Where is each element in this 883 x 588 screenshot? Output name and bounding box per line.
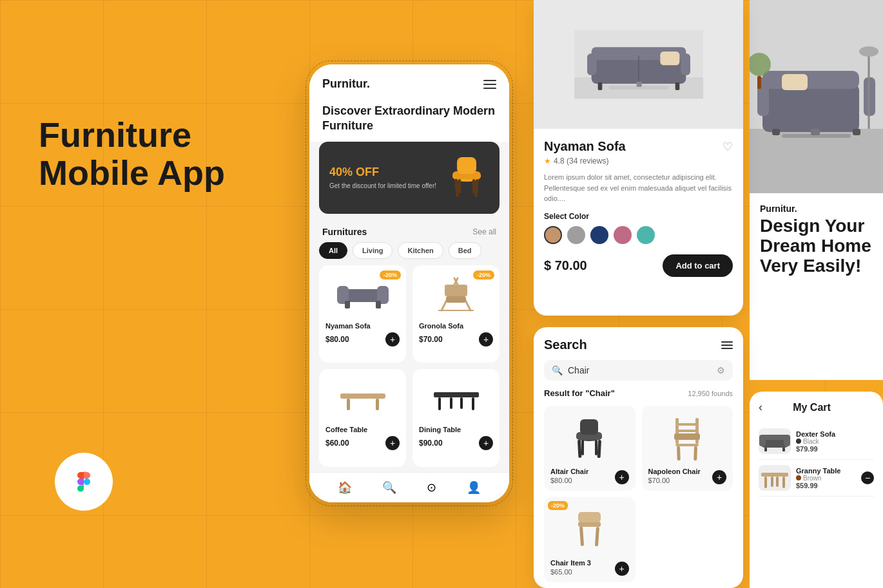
phone-mockup: Purnitur. Discover Extraordinary Modern … <box>309 64 509 502</box>
filter-icon[interactable]: ⚙ <box>717 365 725 375</box>
star-icon: ★ <box>544 156 551 166</box>
nav-search[interactable]: 🔍 <box>382 480 396 495</box>
product-card-4[interactable]: Dining Table $90.00 + <box>412 369 500 467</box>
search-panel: Search 🔍 Chair ⚙ Result for "Chair" 12,9… <box>534 327 743 588</box>
tab-bed[interactable]: Bed <box>449 242 481 259</box>
dexter-price: $79.99 <box>796 445 874 453</box>
svg-rect-34 <box>675 82 679 90</box>
figma-logo <box>55 453 113 511</box>
tab-kitchen[interactable]: Kitchen <box>398 242 443 259</box>
product-price-2: $70.00 <box>419 335 443 344</box>
tab-living[interactable]: Living <box>353 242 393 259</box>
see-all-link[interactable]: See all <box>472 227 496 236</box>
svg-rect-42 <box>597 440 601 458</box>
svg-rect-35 <box>660 52 679 65</box>
svg-rect-11 <box>376 301 381 308</box>
product-price-3: $60.00 <box>325 439 349 448</box>
svg-rect-83 <box>776 477 779 487</box>
search-magnifier-icon: 🔍 <box>552 365 563 375</box>
furnitures-section-header: Furnitures See all <box>309 222 509 242</box>
add-product-2[interactable]: + <box>479 332 493 346</box>
category-tabs: All Living Kitchen Bed <box>309 242 509 265</box>
add-product-1[interactable]: + <box>385 332 400 346</box>
remove-granny-btn[interactable]: − <box>861 471 874 484</box>
nav-orders[interactable]: ⊙ <box>427 480 436 495</box>
promo-banner[interactable]: 40% OFF Get the discount for limited tim… <box>319 142 500 214</box>
svg-rect-5 <box>458 179 461 193</box>
sofa-image <box>574 23 703 106</box>
result-count: 12,950 founds <box>688 390 733 397</box>
add-altair-btn[interactable]: + <box>615 470 629 484</box>
swatch-tan[interactable] <box>544 226 562 244</box>
product-img-4 <box>419 375 493 421</box>
rating-value: 4.8 (34 reviews) <box>554 156 608 166</box>
svg-rect-50 <box>675 423 699 426</box>
dexter-info: Dexter Sofa Black $79.99 <box>796 430 874 453</box>
search-item-napoleon[interactable]: Napoleon Chair $70.00 + <box>642 406 733 491</box>
svg-rect-23 <box>472 397 474 410</box>
swatch-teal[interactable] <box>637 226 655 244</box>
right-sofa-image <box>750 0 883 193</box>
cart-item-dexter: Dexter Sofa Black $79.99 <box>759 423 874 460</box>
granny-table-img <box>759 465 791 491</box>
product-card-3[interactable]: Coffee Table $60.00 + <box>319 369 406 467</box>
cart-back-button[interactable]: ‹ <box>759 401 762 414</box>
dexter-color: Black <box>796 438 874 445</box>
product-price-1: $80.00 <box>325 335 349 344</box>
svg-rect-61 <box>762 71 859 89</box>
chair-illustration <box>444 152 489 204</box>
product-card-1[interactable]: -20% Nyaman Sofa $80.00 + <box>319 265 406 363</box>
dexter-name: Dexter Sofa <box>796 430 874 438</box>
search-item-altair[interactable]: Altair Chair $80.00 + <box>544 406 636 491</box>
search-item-3[interactable]: -20% Chair Item 3 $65.00 + <box>544 497 636 582</box>
right-hero-content: Purnitur. Design Your Dream Home Very Ea… <box>750 193 883 286</box>
svg-rect-78 <box>782 448 785 451</box>
svg-rect-37 <box>636 82 641 87</box>
detail-price: $ 70.00 <box>544 258 587 273</box>
svg-rect-48 <box>675 444 699 446</box>
altair-chair-img <box>550 412 629 464</box>
svg-rect-47 <box>674 433 700 440</box>
search-query-text[interactable]: Chair <box>568 365 712 375</box>
svg-rect-60 <box>762 84 859 132</box>
svg-rect-41 <box>577 439 581 457</box>
napoleon-chair-img <box>648 412 727 464</box>
svg-rect-79 <box>761 473 788 477</box>
swatch-gray[interactable] <box>567 226 585 244</box>
svg-rect-10 <box>345 301 350 308</box>
right-hero-panel: Purnitur. Design Your Dream Home Very Ea… <box>750 0 883 380</box>
color-label: Select Color <box>544 212 733 221</box>
svg-rect-30 <box>587 53 597 75</box>
svg-rect-81 <box>782 477 785 488</box>
add-product-4[interactable]: + <box>479 436 493 450</box>
promo-discount: 40% OFF <box>329 166 436 179</box>
svg-rect-65 <box>772 129 780 135</box>
nav-profile[interactable]: 👤 <box>467 480 481 495</box>
svg-rect-15 <box>445 285 467 296</box>
hamburger-menu[interactable] <box>483 80 496 89</box>
tab-all[interactable]: All <box>319 242 347 259</box>
add-to-cart-button[interactable]: Add to cart <box>663 254 733 277</box>
nav-home[interactable]: 🏠 <box>338 480 352 495</box>
cart-title: My Cart <box>793 402 831 413</box>
promo-subtitle: Get the discount for limited time offer! <box>329 182 436 190</box>
svg-rect-40 <box>580 419 598 435</box>
wishlist-button[interactable]: ♡ <box>723 140 733 154</box>
svg-rect-55 <box>579 526 584 545</box>
swatch-pink[interactable] <box>614 226 632 244</box>
product-img-3 <box>325 375 400 421</box>
app-logo: Purnitur. <box>322 77 370 91</box>
result-label: Result for "Chair" <box>544 388 615 398</box>
svg-rect-52 <box>694 446 697 460</box>
search-menu-icon[interactable] <box>721 341 733 349</box>
swatch-navy[interactable] <box>590 226 608 244</box>
product-card-2[interactable]: -20% Gronola Sofa $70.00 + <box>412 265 500 363</box>
product-name-1: Nyaman Sofa <box>325 322 400 330</box>
section-title: Furnitures <box>322 227 367 237</box>
phone-hero-text: Discover Extraordinary Modern Furniture <box>309 97 509 142</box>
add-napoleon-btn[interactable]: + <box>712 470 726 484</box>
add-product-3[interactable]: + <box>385 436 400 450</box>
product-grid: -20% Nyaman Sofa $80.00 + <box>309 265 509 467</box>
add-chair3-btn[interactable]: + <box>615 562 629 576</box>
granny-info: Granny Table Brown $59.99 <box>796 467 856 489</box>
